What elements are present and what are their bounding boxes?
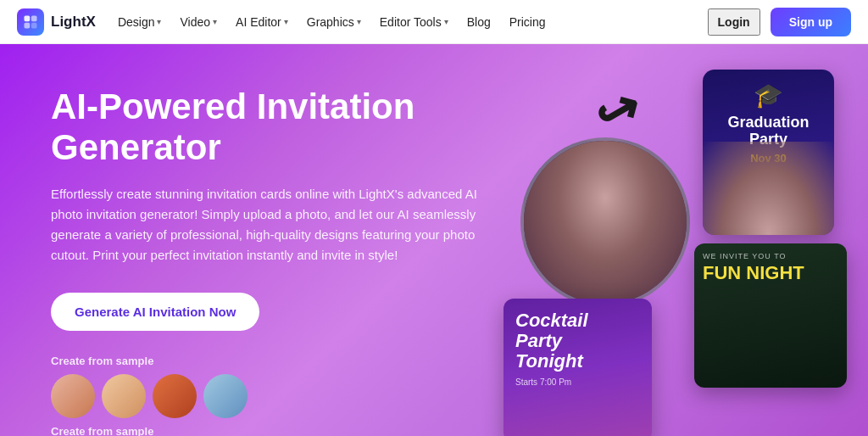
chevron-down-icon: ▾ bbox=[444, 17, 448, 26]
samples-label-2: Create from sample bbox=[51, 425, 492, 436]
hero-description: Effortlessly create stunning invitation … bbox=[51, 184, 492, 266]
hero-title: AI-Powered Invitation Generator bbox=[51, 87, 492, 169]
cocktail-card: CocktailPartyTonight Starts 7:00 Pm bbox=[504, 299, 652, 436]
hero-right-visuals: ↪ 🎓 GraduationParty Nov 30 WE INVITE YOU… bbox=[487, 61, 843, 434]
samples-label-1: Create from sample bbox=[51, 355, 492, 367]
nav-item-video[interactable]: Video ▾ bbox=[171, 10, 225, 34]
svg-rect-1 bbox=[31, 15, 37, 21]
nav-item-editor-tools[interactable]: Editor Tools ▾ bbox=[371, 10, 457, 34]
hero-samples-2: Create from sample bbox=[51, 425, 492, 436]
nav-item-pricing[interactable]: Pricing bbox=[501, 10, 554, 34]
nav-item-design[interactable]: Design ▾ bbox=[109, 10, 170, 34]
chevron-down-icon: ▾ bbox=[284, 17, 288, 26]
chevron-down-icon: ▾ bbox=[157, 17, 161, 26]
funnight-sublabel: WE INVITE YOU TO bbox=[703, 252, 838, 260]
sample-thumb[interactable] bbox=[153, 374, 197, 418]
graduation-cap-icon: 🎓 bbox=[754, 81, 783, 109]
hero-section: AI-Powered Invitation Generator Effortle… bbox=[0, 44, 868, 436]
sample-thumb[interactable] bbox=[203, 374, 248, 418]
funnight-card: WE INVITE YOU TO FUN NIGHT bbox=[694, 243, 847, 388]
sample-row-1 bbox=[51, 374, 492, 418]
portrait-face bbox=[524, 141, 687, 304]
chevron-down-icon: ▾ bbox=[213, 17, 217, 26]
signup-button[interactable]: Sign up bbox=[771, 8, 851, 36]
svg-rect-2 bbox=[25, 22, 31, 28]
logo-icon bbox=[17, 8, 44, 36]
svg-rect-3 bbox=[31, 22, 37, 28]
sample-thumb[interactable] bbox=[51, 374, 95, 418]
graduation-card: 🎓 GraduationParty Nov 30 bbox=[703, 70, 834, 235]
chevron-down-icon: ▾ bbox=[357, 17, 361, 26]
arrow-icon: ↪ bbox=[587, 80, 648, 145]
cocktail-subtitle: Starts 7:00 Pm bbox=[515, 377, 640, 387]
funnight-title: FUN NIGHT bbox=[703, 264, 838, 282]
logo[interactable]: LightX bbox=[17, 8, 96, 36]
card-portrait-bg bbox=[703, 142, 834, 235]
nav-item-blog[interactable]: Blog bbox=[459, 10, 499, 34]
nav-right: Login Sign up bbox=[708, 8, 851, 36]
main-portrait bbox=[520, 137, 690, 307]
login-button[interactable]: Login bbox=[708, 8, 760, 36]
nav-item-graphics[interactable]: Graphics ▾ bbox=[298, 10, 370, 34]
logo-text: LightX bbox=[51, 14, 96, 31]
generate-invitation-button[interactable]: Generate AI Invitation Now bbox=[51, 293, 259, 331]
nav-item-ai-editor[interactable]: AI Editor ▾ bbox=[227, 10, 297, 34]
hero-left: AI-Powered Invitation Generator Effortle… bbox=[51, 87, 492, 436]
cocktail-title: CocktailPartyTonight bbox=[515, 310, 640, 372]
hero-samples-1: Create from sample bbox=[51, 355, 492, 418]
nav-items: Design ▾ Video ▾ AI Editor ▾ Graphics ▾ … bbox=[109, 10, 704, 34]
svg-rect-0 bbox=[25, 15, 31, 21]
navbar: LightX Design ▾ Video ▾ AI Editor ▾ Grap… bbox=[0, 0, 868, 44]
sample-thumb[interactable] bbox=[102, 374, 146, 418]
